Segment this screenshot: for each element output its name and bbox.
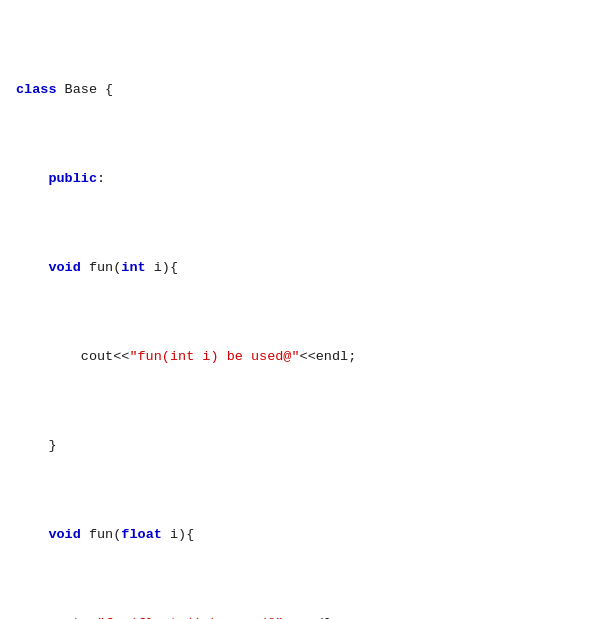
code-line-2: public: [16,168,585,190]
code-line-1: class Base { [16,79,585,101]
code-container: class Base { public: void fun(int i){ co… [0,0,601,619]
code-line-7: cout<<"fun(float i) be used@"<<endl; [16,613,585,619]
code-line-6: void fun(float i){ [16,524,585,546]
code-line-5: } [16,435,585,457]
code-line-4: cout<<"fun(int i) be used@"<<endl; [16,346,585,368]
code-line-3: void fun(int i){ [16,257,585,279]
code-block: class Base { public: void fun(int i){ co… [16,12,585,619]
